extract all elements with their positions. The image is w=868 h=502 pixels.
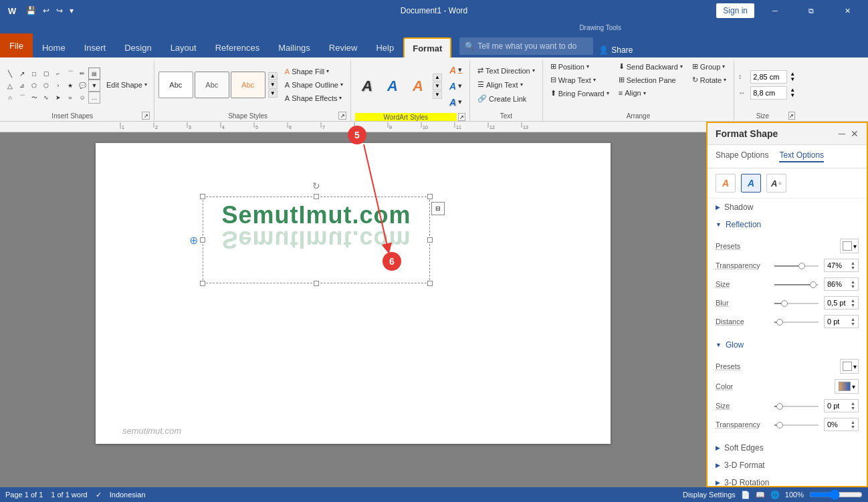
star-shape[interactable]: ★	[64, 80, 76, 92]
pentagon-shape[interactable]: ⬠	[28, 80, 40, 92]
shape-style-3[interactable]: Abc	[231, 72, 265, 98]
tab-references[interactable]: References	[206, 37, 269, 57]
transparency-slider[interactable]	[774, 265, 819, 267]
handle-bl[interactable]	[200, 281, 205, 286]
3d-format-section-header[interactable]: ▶ 3-D Format	[708, 457, 867, 474]
shape-style-2[interactable]: Abc	[195, 72, 229, 98]
block-arrow[interactable]: ➤	[52, 92, 64, 104]
arc-shape[interactable]: ⌒	[16, 92, 28, 104]
tab-text-options[interactable]: Text Options	[779, 150, 824, 162]
distance-slider[interactable]	[774, 322, 819, 323]
glow-transparency-up[interactable]: ▲	[851, 420, 855, 424]
bring-forward-btn[interactable]: ⬆ Bring Forward ▾	[547, 87, 613, 100]
more-shapes2[interactable]: …	[88, 92, 100, 104]
customize-qat-btn[interactable]: ▾	[68, 5, 76, 17]
tab-format[interactable]: Format	[403, 37, 451, 57]
blur-up[interactable]: ▲	[851, 298, 855, 303]
smiley-shape[interactable]: ☺	[76, 92, 88, 104]
wordart-sample-2[interactable]: A	[381, 74, 405, 98]
zoom-slider[interactable]	[809, 491, 863, 499]
save-qat-btn[interactable]: 💾	[24, 5, 38, 17]
glow-section-header[interactable]: ▼ Glow	[708, 336, 867, 354]
handle-bc[interactable]	[314, 281, 319, 286]
wordart-element[interactable]: ↻ ⊕ ⊟ SemutImut.com SemutImut.com	[203, 197, 430, 283]
text-fill-btn[interactable]: A ▾	[446, 63, 465, 78]
insert-shapes-expand[interactable]: ↗	[142, 112, 149, 120]
shape-style-down[interactable]: ▼	[268, 81, 278, 89]
tab-mailings[interactable]: Mailings	[269, 37, 320, 57]
align-btn[interactable]: ≡ Align ▾	[615, 87, 686, 99]
panel-close-btn[interactable]: ✕	[851, 128, 859, 139]
chevron-shape[interactable]: ›	[52, 80, 64, 92]
size-expand[interactable]: ↗	[788, 112, 796, 120]
wordart-scroll-down[interactable]: ▼	[433, 82, 442, 90]
3d-rotation-section-header[interactable]: ▶ 3-D Rotation	[708, 474, 867, 487]
shape-effects-btn[interactable]: A Shape Effects ▾	[282, 92, 346, 104]
glow-size-slider[interactable]	[774, 406, 819, 407]
handle-tr[interactable]	[427, 194, 433, 199]
distance-value[interactable]: 0 pt ▲ ▼	[824, 315, 859, 328]
img-icon[interactable]: ▤	[88, 68, 100, 80]
shadow-section-header[interactable]: ▶ Shadow	[708, 199, 867, 216]
handle-br[interactable]	[427, 281, 433, 286]
shape-style-more[interactable]: ▼	[268, 90, 278, 98]
text-outline-btn[interactable]: A ▾	[446, 79, 465, 94]
size-up[interactable]: ▲	[851, 279, 855, 284]
rotate-handle[interactable]: ↻	[312, 180, 320, 191]
text-direction-btn[interactable]: ⇄ Text Direction ▾	[474, 64, 538, 77]
shape-fill-btn[interactable]: A Shape Fill ▾	[282, 66, 346, 78]
rotate-btn[interactable]: ↻ Rotate ▾	[689, 74, 730, 86]
glow-transparency-down[interactable]: ▼	[851, 424, 855, 429]
round-rect-shape[interactable]: ▢	[40, 68, 52, 80]
elbow-shape[interactable]: ⌐	[52, 68, 64, 80]
view-reading-btn[interactable]: 📖	[756, 491, 765, 499]
view-web-btn[interactable]: 🌐	[770, 491, 780, 499]
group-btn[interactable]: ⊞ Group ▾	[689, 60, 730, 73]
eq-shape[interactable]: =	[64, 92, 76, 104]
glow-transparency-slider[interactable]	[774, 424, 819, 426]
edit-shape-btn[interactable]: Edit Shape ▾	[104, 80, 150, 90]
panel-minimize-btn[interactable]: ─	[839, 128, 845, 139]
size-slider[interactable]	[774, 284, 819, 285]
callout-shape[interactable]: 💬	[76, 80, 88, 92]
tab-help[interactable]: Help	[366, 37, 403, 57]
shape-style-up[interactable]: ▲	[268, 72, 278, 80]
tab-review[interactable]: Review	[320, 37, 367, 57]
shape-styles-expand[interactable]: ↗	[338, 112, 346, 120]
wordart-sample-1[interactable]: A	[355, 74, 379, 98]
view-normal-btn[interactable]: 📄	[741, 491, 750, 499]
text-outline-panel-icon[interactable]: A	[741, 174, 761, 193]
transparency-value[interactable]: 47% ▲ ▼	[824, 259, 859, 272]
width-input[interactable]	[750, 86, 787, 100]
tab-file[interactable]: File	[0, 33, 33, 57]
tab-design[interactable]: Design	[115, 37, 160, 57]
signin-button[interactable]: Sign in	[716, 3, 754, 18]
redo-qat-btn[interactable]: ↪	[54, 5, 65, 17]
rt-triangle-shape[interactable]: ⊿	[16, 80, 28, 92]
text-effects-panel-icon[interactable]: A ≡	[766, 174, 786, 193]
hexagon-shape[interactable]: ⬡	[40, 80, 52, 92]
close-button[interactable]: ✕	[832, 0, 863, 21]
reflection-section-header[interactable]: ▼ Reflection	[708, 216, 867, 233]
size-value[interactable]: 86% ▲ ▼	[824, 277, 859, 291]
wave-shape[interactable]: ∿	[40, 92, 52, 104]
wrap-text-btn[interactable]: ⊟ Wrap Text ▾	[547, 74, 613, 86]
create-link-btn[interactable]: 🔗 Create Link	[474, 92, 530, 105]
text-fill-panel-icon[interactable]: A	[716, 174, 736, 193]
transparency-up[interactable]: ▲	[851, 261, 855, 265]
glow-size-up[interactable]: ▲	[851, 401, 855, 406]
send-backward-btn[interactable]: ⬇ Send Backward ▾	[615, 60, 686, 73]
glow-size-down[interactable]: ▼	[851, 406, 855, 410]
wordart-scroll-more[interactable]: ▼	[433, 91, 442, 99]
wordart-scroll-up[interactable]: ▲	[433, 74, 442, 82]
height-down[interactable]: ▼	[790, 77, 795, 82]
distance-down[interactable]: ▼	[851, 322, 855, 326]
more-shapes[interactable]: ▼	[88, 80, 100, 92]
shape-style-1[interactable]: Abc	[158, 72, 193, 98]
shape-outline-btn[interactable]: A Shape Outline ▾	[282, 79, 346, 91]
glow-color-btn[interactable]: ▾	[835, 379, 859, 394]
line-shape[interactable]: ╲	[4, 68, 16, 80]
selection-pane-btn[interactable]: ⊞ Selection Pane	[615, 74, 686, 86]
freeform-shape[interactable]: ✏	[76, 68, 88, 80]
wordart-styles-expand[interactable]: ↗	[458, 113, 465, 121]
